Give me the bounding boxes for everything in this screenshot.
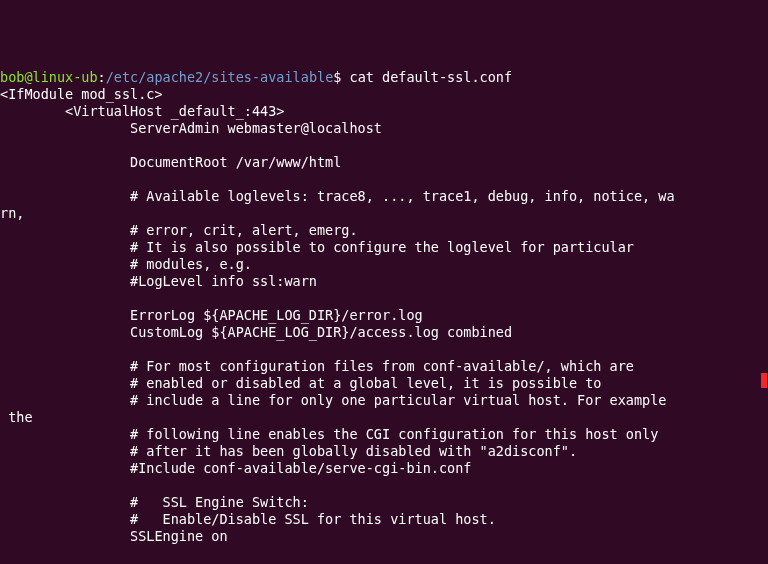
output-line: ErrorLog ${APACHE_LOG_DIR}/error.log: [0, 307, 423, 323]
output-line: SSLEngine on: [0, 528, 228, 544]
prompt-userhost: bob@linux-ub: [0, 69, 98, 85]
output-line: CustomLog ${APACHE_LOG_DIR}/access.log c…: [0, 324, 512, 340]
prompt-colon: :: [98, 69, 106, 85]
scrollbar-thumb[interactable]: [761, 373, 767, 388]
output-line: # enabled or disabled at a global level,…: [0, 375, 601, 391]
output-line: # Available loglevels: trace8, ..., trac…: [0, 188, 675, 204]
output-line: # Enable/Disable SSL for this virtual ho…: [0, 511, 496, 527]
terminal-output[interactable]: bob@linux-ub:/etc/apache2/sites-availabl…: [0, 69, 768, 564]
output-line: # modules, e.g.: [0, 256, 252, 272]
output-line: # error, crit, alert, emerg.: [0, 222, 358, 238]
output-line: the: [0, 409, 33, 425]
output-line: rn,: [0, 205, 24, 221]
output-line: ServerAdmin webmaster@localhost: [0, 120, 382, 136]
prompt-path: /etc/apache2/sites-available: [106, 69, 334, 85]
output-line: <IfModule mod_ssl.c>: [0, 86, 163, 102]
output-line: # For most configuration files from conf…: [0, 358, 634, 374]
output-line: # after it has been globally disabled wi…: [0, 443, 577, 459]
output-line: # include a line for only one particular…: [0, 392, 666, 408]
output-line: # It is also possible to configure the l…: [0, 239, 634, 255]
output-line: DocumentRoot /var/www/html: [0, 154, 341, 170]
output-line: #Include conf-available/serve-cgi-bin.co…: [0, 460, 471, 476]
output-line: <VirtualHost _default_:443>: [0, 103, 284, 119]
output-line: # SSL Engine Switch:: [0, 494, 309, 510]
output-line: # following line enables the CGI configu…: [0, 426, 658, 442]
command-text: cat default-ssl.conf: [341, 69, 512, 85]
output-line: #LogLevel info ssl:warn: [0, 273, 317, 289]
